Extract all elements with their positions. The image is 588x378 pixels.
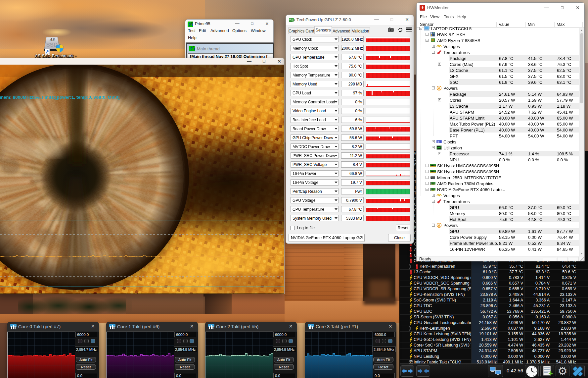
- svg-text:mem: 8000MHz/3%, limits:[power: mem: 8000MHz/3%, limits:[power:1, temp:0…: [0, 95, 119, 100]
- svg-text:P: P: [193, 46, 195, 49]
- svg-text:AS: AS: [50, 37, 55, 42]
- svg-text:P: P: [191, 22, 193, 25]
